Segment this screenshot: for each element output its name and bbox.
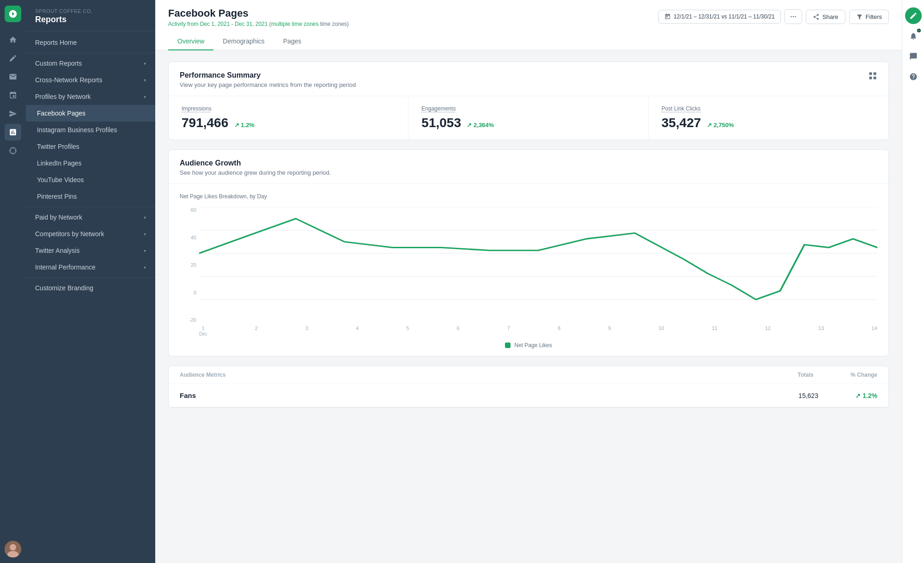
compose-icon <box>909 12 918 20</box>
nav-reports-icon[interactable] <box>5 124 21 141</box>
legend-label: Net Page Likes <box>514 342 552 349</box>
sidebar-item-cross-network[interactable]: Cross-Network Reports ▾ <box>26 72 155 88</box>
sidebar-divider-3 <box>26 277 155 278</box>
app-logo[interactable] <box>5 6 21 22</box>
sidebar: Sprout Coffee Co. Reports Reports Home C… <box>26 0 155 563</box>
tab-overview[interactable]: Overview <box>168 33 213 50</box>
help-button[interactable] <box>905 68 922 85</box>
legend-dot <box>505 343 511 348</box>
sidebar-divider-2 <box>26 207 155 207</box>
icon-rail <box>0 0 26 563</box>
chevron-icon: ▾ <box>144 232 146 237</box>
tab-pages[interactable]: Pages <box>274 33 311 50</box>
sidebar-item-pinterest-pins[interactable]: Pinterest Pins <box>26 188 155 205</box>
y-axis-labels: 60 40 20 0 -20 <box>180 207 196 323</box>
sidebar-item-customize-branding[interactable]: Customize Branding <box>26 280 155 296</box>
sidebar-item-twitter-profiles[interactable]: Twitter Profiles <box>26 138 155 155</box>
notifications-button[interactable] <box>905 28 922 44</box>
calendar-icon <box>664 13 671 20</box>
sidebar-item-instagram-business[interactable]: Instagram Business Profiles <box>26 122 155 138</box>
company-name: Sprout Coffee Co. <box>35 8 146 14</box>
audience-growth-subtitle: See how your audience grew during the re… <box>180 169 331 176</box>
app-title: Reports <box>35 15 146 24</box>
user-avatar[interactable] <box>5 541 21 557</box>
content-area: Performance Summary View your key page p… <box>155 50 902 563</box>
rail-bottom <box>5 541 21 557</box>
chevron-icon: ▾ <box>144 215 146 220</box>
audience-metrics-header: Audience Metrics Totals % Change <box>169 366 888 384</box>
nav-tasks-icon[interactable] <box>5 87 21 104</box>
metric-impressions-label[interactable]: Impressions <box>182 105 395 112</box>
date-range-button[interactable]: 12/1/21 – 12/31/21 vs 11/1/21 – 11/30/21 <box>658 10 781 24</box>
bell-icon <box>909 32 918 40</box>
right-rail <box>902 0 924 563</box>
metric-engagements-label[interactable]: Engagements <box>421 105 635 112</box>
sidebar-divider <box>26 53 155 53</box>
chart-container: 60 40 20 0 -20 <box>180 207 877 337</box>
change-column-header: % Change <box>851 372 877 378</box>
audience-growth-title: Audience Growth <box>180 159 331 167</box>
sidebar-item-paid-by-network[interactable]: Paid by Network ▾ <box>26 209 155 226</box>
nav-publish-icon[interactable] <box>5 105 21 122</box>
chart-svg <box>199 207 877 323</box>
chevron-icon: ▾ <box>144 265 146 270</box>
nav-listening-icon[interactable] <box>5 142 21 159</box>
metrics-grid: Impressions 791,466 1.2% Engagements 51,… <box>169 96 888 140</box>
metric-post-link-clicks-change: 2,750% <box>707 122 734 129</box>
chevron-icon: ▾ <box>144 78 146 83</box>
share-icon <box>813 13 820 20</box>
fans-total: 15,623 <box>798 392 818 399</box>
sidebar-item-competitors[interactable]: Competitors by Network ▾ <box>26 226 155 242</box>
svg-point-3 <box>790 16 792 18</box>
chart-legend: Net Page Likes <box>180 342 877 349</box>
performance-summary-title-area: Performance Summary View your key page p… <box>180 71 356 88</box>
svg-point-1 <box>10 544 16 551</box>
audience-metrics-card: Audience Metrics Totals % Change Fans 15… <box>168 366 889 408</box>
filters-button[interactable]: Filters <box>849 10 889 24</box>
filters-label: Filters <box>866 13 882 20</box>
metric-engagements-value: 51,053 <box>421 116 461 130</box>
metric-post-link-clicks-label[interactable]: Post Link Clicks <box>662 105 875 112</box>
page-title-area: Facebook Pages Activity from Dec 1, 2021… <box>168 7 349 27</box>
main-content: Facebook Pages Activity from Dec 1, 2021… <box>155 0 902 563</box>
sidebar-item-reports-home[interactable]: Reports Home <box>26 34 155 51</box>
metric-post-link-clicks: Post Link Clicks 35,427 2,750% <box>649 96 888 140</box>
nav-compose-icon[interactable] <box>5 50 21 67</box>
share-button[interactable]: Share <box>806 10 845 24</box>
sidebar-item-twitter-analysis[interactable]: Twitter Analysis ▾ <box>26 242 155 259</box>
tab-demographics[interactable]: Demographics <box>213 33 274 50</box>
page-header: Facebook Pages Activity from Dec 1, 2021… <box>155 0 902 50</box>
performance-summary-header: Performance Summary View your key page p… <box>169 62 888 96</box>
notification-badge <box>917 29 921 32</box>
audience-growth-title-area: Audience Growth See how your audience gr… <box>180 159 331 176</box>
sidebar-item-youtube-videos[interactable]: YouTube Videos <box>26 171 155 188</box>
chevron-icon: ▾ <box>144 61 146 66</box>
metric-engagements: Engagements 51,053 2,364% <box>408 96 648 140</box>
page-header-top: Facebook Pages Activity from Dec 1, 2021… <box>168 7 889 27</box>
metric-impressions-value-row: 791,466 1.2% <box>182 116 395 130</box>
timezone-link[interactable]: multiple time zones <box>271 21 319 27</box>
chevron-icon: ▾ <box>144 94 146 99</box>
totals-column-header: Totals <box>798 372 814 378</box>
table-view-icon[interactable] <box>868 71 877 82</box>
sidebar-item-profiles-by-network[interactable]: Profiles by Network ▾ <box>26 88 155 105</box>
comments-button[interactable] <box>905 48 922 65</box>
sidebar-item-custom-reports[interactable]: Custom Reports ▾ <box>26 55 155 72</box>
sidebar-item-facebook-pages[interactable]: Facebook Pages <box>26 105 155 122</box>
svg-point-4 <box>793 16 794 18</box>
fans-change: ↗ 1.2% <box>855 392 877 399</box>
more-dots-icon <box>790 13 797 20</box>
page-title: Facebook Pages <box>168 7 349 19</box>
metric-impressions-change: 1.2% <box>234 122 255 129</box>
sidebar-item-linkedin-pages[interactable]: LinkedIn Pages <box>26 155 155 171</box>
nav-home-icon[interactable] <box>5 31 21 48</box>
compose-button[interactable] <box>905 7 922 24</box>
nav-inbox-icon[interactable] <box>5 68 21 85</box>
sidebar-header: Sprout Coffee Co. Reports <box>26 0 155 31</box>
sidebar-item-internal-performance[interactable]: Internal Performance ▾ <box>26 259 155 275</box>
more-options-button[interactable] <box>784 9 802 24</box>
audience-metrics-title: Audience Metrics <box>180 372 225 378</box>
chevron-icon: ▾ <box>144 248 146 253</box>
sidebar-nav: Reports Home Custom Reports ▾ Cross-Netw… <box>26 31 155 299</box>
performance-summary-title: Performance Summary <box>180 71 356 80</box>
